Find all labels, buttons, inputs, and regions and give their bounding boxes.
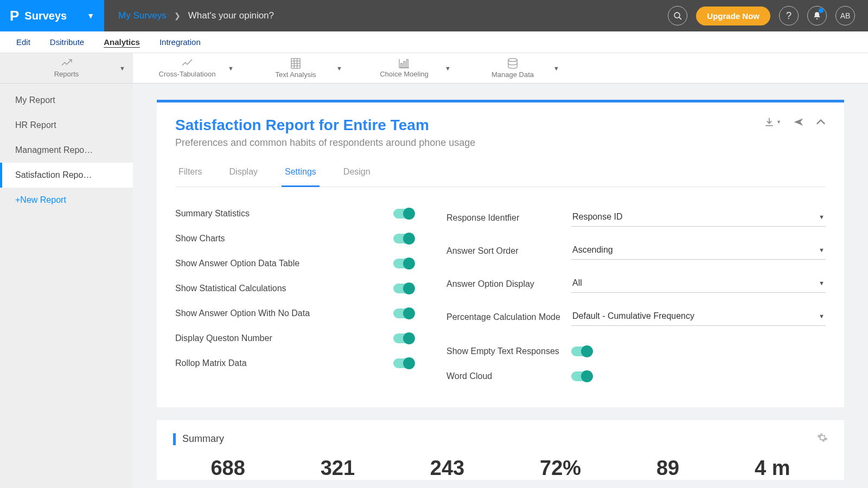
select-percentage-mode: Percentage Calculation Mode Default - Cu… [446,300,826,333]
toggle-show-stat-calc: Show Statistical Calculations [175,276,414,301]
toggle-switch[interactable] [393,234,414,243]
chevron-down-icon: ▼ [819,313,825,319]
select-control[interactable]: Default - Cumulative Frequency▼ [571,308,826,326]
section-tabs: Edit Dsitribute Analytics Intregration [0,31,868,53]
breadcrumb-root[interactable]: My Surveys [118,10,167,21]
chevron-down-icon: ▼ [819,214,825,220]
sidebar-item-hr-report[interactable]: HR Report [0,113,133,138]
toggle-label: Show Answer Option With No Data [175,309,393,318]
svg-rect-11 [404,61,405,68]
toggle-label: Show Answer Option Data Table [175,259,393,268]
inner-tab-filters[interactable]: Filters [175,160,206,187]
svg-rect-12 [407,59,409,67]
brand-logo-icon: P [10,8,19,24]
select-answer-option-display: Answer Option Display All▼ [446,267,826,300]
top-header: P Surveys ▼ My Surveys ❯ What's your opi… [0,0,868,31]
toggle-switch[interactable] [393,358,414,368]
chevron-up-icon [816,119,826,125]
bar-chart-icon [399,59,410,68]
tab-analytics[interactable]: Analytics [94,31,150,53]
share-button[interactable] [793,117,804,127]
ribbon-text-analysis[interactable]: Text Analysis ▼ [241,53,350,83]
toggle-show-answer-table: Show Answer Option Data Table [175,251,414,276]
toggle-label: Show Charts [175,234,393,243]
tab-distribute[interactable]: Dsitribute [40,31,94,53]
toggle-empty-text-responses: Show Empty Text Responses [446,339,826,364]
toggle-label: Display Queston Number [175,333,393,343]
summary-settings-button[interactable] [817,432,828,446]
chevron-down-icon: ▼ [819,247,825,253]
select-control[interactable]: Ascending▼ [571,242,826,260]
ribbon-reports[interactable]: Reports ▼ [0,53,133,83]
sidebar-item-management-report[interactable]: Managment Repo… [0,138,133,163]
inner-tab-display[interactable]: Display [226,160,261,187]
select-control[interactable]: All▼ [571,275,826,293]
ribbon-label: Cross-Tabulatioon [159,70,216,78]
download-button[interactable]: ▼ [764,117,781,127]
line-chart-icon [181,59,193,68]
help-icon: ? [786,10,792,22]
toggle-switch[interactable] [393,209,414,219]
upgrade-button[interactable]: Upgrade Now [696,7,770,25]
search-button[interactable] [668,6,687,25]
chevron-down-icon: ▼ [553,65,559,72]
inner-tab-settings[interactable]: Settings [282,160,320,187]
toggle-switch[interactable] [571,371,592,381]
toggle-switch[interactable] [393,309,414,318]
toggle-rollup-matrix: Rollop Matrix Data [175,351,414,376]
ribbon-label: Choice Moeling [380,70,429,78]
toggle-switch[interactable] [393,333,414,343]
line-chart-icon [61,59,73,68]
ribbon-choice-modeling[interactable]: Choice Moeling ▼ [350,53,458,83]
stat-value: 688 [210,457,245,480]
search-icon [673,11,682,21]
report-title: Satisfaction Report for Entire Team [175,117,475,134]
toggle-label: Word Cloud [446,371,571,381]
toggle-switch[interactable] [571,346,592,356]
ribbon-manage-data[interactable]: Manage Data ▼ [458,53,567,83]
chevron-down-icon: ▼ [228,65,234,72]
brand-bar[interactable]: P Surveys ▼ [0,0,104,31]
report-card: Satisfaction Report for Entire Team Pref… [157,100,844,407]
select-label: Answer Option Display [446,279,571,289]
toggle-label: Rollop Matrix Data [175,358,393,368]
settings-panel: Summary Statistics Show Charts Show Answ… [175,201,826,389]
report-subtitle: Preferences and common habits of respond… [175,137,475,149]
summary-stats-row: 688 321 243 72% 89 4 m [173,446,828,480]
chevron-down-icon: ▼ [336,65,342,72]
tab-edit[interactable]: Edit [7,31,40,53]
notifications-button[interactable] [807,6,827,25]
toggle-switch[interactable] [393,284,414,293]
spreadsheet-icon [291,58,301,69]
breadcrumb: My Surveys ❯ What's your opinion? [104,10,274,21]
help-button[interactable]: ? [779,6,799,25]
tab-integration[interactable]: Intregration [150,31,210,53]
content-area: Satisfaction Report for Entire Team Pref… [133,84,868,488]
user-avatar[interactable]: AB [835,6,855,25]
svg-line-1 [679,17,681,19]
toggle-display-question-number: Display Queston Number [175,326,414,351]
stat-value: 243 [430,457,464,480]
report-inner-tabs: Filters Display Settings Design [175,160,826,187]
ribbon-crosstab[interactable]: Cross-Tabulatioon ▼ [133,53,241,83]
toggle-show-no-data: Show Answer Option With No Data [175,301,414,326]
svg-rect-10 [401,63,403,68]
brand-dropdown-icon[interactable]: ▼ [87,11,94,20]
select-value: Ascending [572,245,613,255]
analytics-ribbon: Reports ▼ Cross-Tabulatioon ▼ Text Analy… [0,53,868,84]
select-value: All [572,278,582,288]
ribbon-label: Text Analysis [275,70,316,79]
sidebar-new-report[interactable]: +New Report [0,188,133,213]
sidebar-item-satisfaction-report[interactable]: Satisfaction Repo… [0,163,133,188]
share-icon [793,117,804,127]
ribbon-label: Reports [54,70,79,78]
ribbon-label: Manage Data [492,70,534,79]
sidebar-item-my-report[interactable]: My Report [0,88,133,113]
inner-tab-design[interactable]: Design [340,160,374,187]
collapse-button[interactable] [816,119,826,125]
toggle-switch[interactable] [393,259,414,268]
select-control[interactable]: Response ID▼ [571,209,826,227]
stat-value: 72% [540,457,581,480]
summary-accent-bar [173,433,176,445]
summary-card: Summary 688 321 243 72% 89 4 m [157,420,844,480]
